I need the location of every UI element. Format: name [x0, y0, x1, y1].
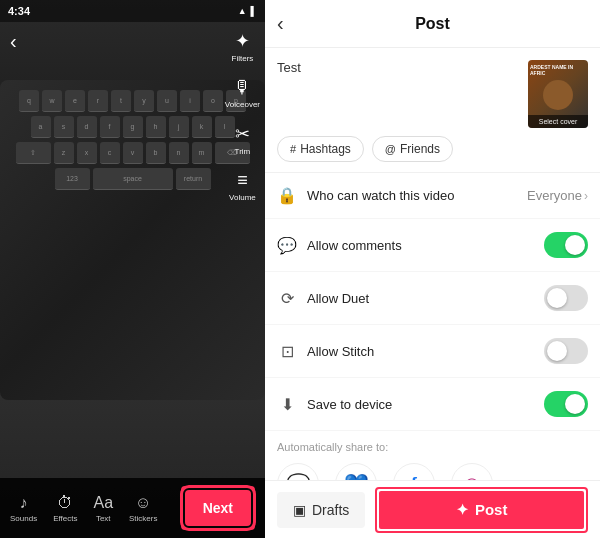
key-num: 123 [55, 168, 90, 190]
chevron-right-icon: › [584, 189, 588, 203]
key: v [123, 142, 143, 164]
video-back-button[interactable]: ‹ [10, 30, 17, 53]
toggle-thumb [547, 288, 567, 308]
stickers-button[interactable]: ☺ Stickers [129, 494, 157, 523]
facebook-button[interactable]: f [393, 463, 435, 480]
allow-stitch-toggle[interactable] [544, 338, 588, 364]
stickers-icon: ☺ [135, 494, 151, 512]
volume-button[interactable]: ≡ Volume [229, 170, 256, 202]
key: b [146, 142, 166, 164]
post-button-wrapper: ✦ Post [375, 487, 588, 533]
hashtags-label: Hashtags [300, 142, 351, 156]
share-section: Automatically share to: 💬 💙 f ◎ [265, 431, 600, 480]
key: w [42, 90, 62, 112]
text-label: Text [96, 514, 111, 523]
key-return: return [176, 168, 211, 190]
toggle-thumb [547, 341, 567, 361]
voiceover-label: Voiceover [225, 100, 260, 109]
allow-stitch-label: Allow Stitch [307, 344, 534, 359]
instagram-button[interactable]: ◎ [451, 463, 493, 480]
key-space: space [93, 168, 173, 190]
whatsapp-icon: 💬 [286, 472, 311, 480]
lock-icon: 🔒 [277, 186, 297, 205]
trim-icon: ✂ [235, 123, 250, 145]
messenger-button[interactable]: 💙 [335, 463, 377, 480]
comment-icon: 💬 [277, 236, 297, 255]
whatsapp-button[interactable]: 💬 [277, 463, 319, 480]
sounds-button[interactable]: ♪ Sounds [10, 494, 37, 523]
key: c [100, 142, 120, 164]
voiceover-button[interactable]: 🎙 Voiceover [225, 77, 260, 109]
effects-button[interactable]: ⏱ Effects [53, 494, 77, 523]
allow-comments-toggle[interactable] [544, 232, 588, 258]
hashtag-icon: # [290, 143, 296, 155]
video-title-input[interactable]: Test [277, 60, 518, 105]
allow-duet-row: ⟳ Allow Duet [265, 272, 600, 325]
post-icon: ✦ [456, 501, 469, 519]
video-info-row: Test ARDEST NAME IN AFRIC Select cover [265, 48, 600, 136]
trim-button[interactable]: ✂ Trim [235, 123, 251, 156]
toggle-thumb [565, 235, 585, 255]
who-can-watch-value: Everyone › [527, 188, 588, 203]
select-cover-button[interactable]: Select cover [528, 115, 588, 128]
stickers-label: Stickers [129, 514, 157, 523]
save-icon: ⬇ [277, 395, 297, 414]
allow-duet-label: Allow Duet [307, 291, 534, 306]
left-panel: q w e r t y u i o p a s d f g h j k l [0, 0, 265, 538]
drafts-icon: ▣ [293, 502, 306, 518]
key: a [31, 116, 51, 138]
key: y [134, 90, 154, 112]
key: j [169, 116, 189, 138]
share-apps: 💬 💙 f ◎ [277, 463, 588, 480]
instagram-icon: ◎ [464, 473, 480, 480]
messenger-icon: 💙 [344, 472, 369, 480]
drafts-button[interactable]: ▣ Drafts [277, 492, 365, 528]
hashtags-button[interactable]: # Hashtags [277, 136, 364, 162]
friends-label: Friends [400, 142, 440, 156]
allow-comments-label: Allow comments [307, 238, 534, 253]
save-to-device-toggle[interactable] [544, 391, 588, 417]
sounds-label: Sounds [10, 514, 37, 523]
friends-button[interactable]: @ Friends [372, 136, 453, 162]
key: q [19, 90, 39, 112]
key: r [88, 90, 108, 112]
volume-label: Volume [229, 193, 256, 202]
key: h [146, 116, 166, 138]
save-to-device-label: Save to device [307, 397, 534, 412]
key: s [54, 116, 74, 138]
tags-row: # Hashtags @ Friends [265, 136, 600, 172]
who-can-watch-row[interactable]: 🔒 Who can watch this video Everyone › [265, 173, 600, 219]
allow-comments-row: 💬 Allow comments [265, 219, 600, 272]
filters-button[interactable]: ✦ Filters [232, 30, 254, 63]
thumbnail-face [543, 80, 573, 110]
share-label: Automatically share to: [277, 441, 588, 453]
toggle-thumb [565, 394, 585, 414]
right-sidebar: ✦ Filters 🎙 Voiceover ✂ Trim ≡ Volume [225, 30, 260, 202]
status-icons: ▲ ▌ [238, 6, 257, 16]
panel-back-button[interactable]: ‹ [277, 12, 284, 35]
filters-label: Filters [232, 54, 254, 63]
video-thumbnail: ARDEST NAME IN AFRIC Select cover [528, 60, 588, 128]
trim-label: Trim [235, 147, 251, 156]
settings-section: 🔒 Who can watch this video Everyone › 💬 … [265, 172, 600, 431]
key: i [180, 90, 200, 112]
key: x [77, 142, 97, 164]
next-button-wrapper: Next [181, 486, 255, 530]
panel-content: Test ARDEST NAME IN AFRIC Select cover #… [265, 48, 600, 480]
post-button[interactable]: ✦ Post [379, 491, 584, 529]
key-shift: ⇧ [16, 142, 51, 164]
panel-header: ‹ Post [265, 0, 600, 48]
save-to-device-row: ⬇ Save to device [265, 378, 600, 431]
key: n [169, 142, 189, 164]
next-button[interactable]: Next [185, 490, 251, 526]
key: g [123, 116, 143, 138]
panel-title: Post [415, 15, 450, 33]
stitch-icon: ⊡ [277, 342, 297, 361]
allow-duet-toggle[interactable] [544, 285, 588, 311]
text-button[interactable]: Aa Text [93, 494, 113, 523]
volume-icon: ≡ [237, 170, 248, 191]
key: d [77, 116, 97, 138]
key: z [54, 142, 74, 164]
toolbar-items: ♪ Sounds ⏱ Effects Aa Text ☺ Stickers [10, 494, 157, 523]
key: e [65, 90, 85, 112]
